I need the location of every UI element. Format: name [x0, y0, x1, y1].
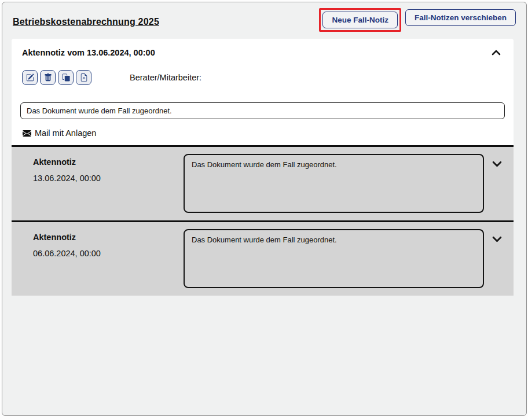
edit-icon	[26, 73, 34, 82]
mail-label: Mail mit Anlagen	[35, 128, 96, 138]
mail-with-attachments[interactable]: Mail mit Anlagen	[22, 128, 505, 145]
app-window: Betriebskostenabrechnung 2025 Neue Fall-…	[2, 2, 527, 416]
chevron-down-icon	[492, 236, 502, 242]
note-row-meta: Aktennotiz 06.06.2024, 00:00	[33, 229, 184, 258]
copy-note-button[interactable]	[58, 70, 74, 85]
edit-note-button[interactable]	[22, 70, 38, 85]
delete-note-button[interactable]	[40, 70, 56, 85]
copy-icon	[62, 73, 70, 82]
note-row-date: 06.06.2024, 00:00	[33, 249, 184, 258]
expanded-note-card: Aktennotiz vom 13.06.2024, 00:00	[12, 39, 514, 147]
note-text-input[interactable]	[20, 102, 505, 119]
note-row-text[interactable]: Das Dokument wurde dem Fall zugeordnet.	[184, 154, 484, 213]
new-case-note-button[interactable]: Neue Fall-Notiz	[322, 12, 398, 28]
advisor-label: Berater/Mitarbeiter:	[130, 73, 201, 82]
collapse-note-button[interactable]	[489, 47, 503, 58]
note-row-title: Aktennotiz	[33, 157, 184, 167]
note-row[interactable]: Aktennotiz 06.06.2024, 00:00 Das Dokumen…	[12, 220, 514, 296]
expanded-note-header: Aktennotiz vom 13.06.2024, 00:00	[20, 46, 505, 58]
file-plus-icon	[80, 73, 88, 82]
collapsed-notes-list: Aktennotiz 13.06.2024, 00:00 Das Dokumen…	[12, 147, 514, 296]
envelope-icon	[22, 129, 32, 138]
page-header: Betriebskostenabrechnung 2025 Neue Fall-…	[2, 2, 526, 32]
note-row-title: Aktennotiz	[33, 233, 184, 242]
add-file-button[interactable]	[76, 70, 91, 85]
trash-icon	[44, 73, 52, 82]
note-row-text[interactable]: Das Dokument wurde dem Fall zugeordnet.	[184, 229, 484, 288]
expand-note-button[interactable]	[490, 234, 503, 244]
chevron-up-icon	[492, 50, 501, 56]
expand-note-button[interactable]	[490, 159, 503, 169]
expanded-note-title: Aktennotiz vom 13.06.2024, 00:00	[22, 48, 155, 57]
note-row-meta: Aktennotiz 13.06.2024, 00:00	[33, 154, 184, 183]
header-buttons: Neue Fall-Notiz Fall-Notizen verschieben	[319, 9, 516, 32]
chevron-down-icon	[492, 161, 502, 167]
note-row-date: 13.06.2024, 00:00	[33, 174, 184, 183]
move-case-notes-button[interactable]: Fall-Notizen verschieben	[405, 9, 516, 26]
note-toolbar: Berater/Mitarbeiter:	[22, 70, 505, 85]
page-title: Betriebskostenabrechnung 2025	[13, 17, 159, 27]
highlight-annotation: Neue Fall-Notiz	[319, 8, 401, 32]
note-row[interactable]: Aktennotiz 13.06.2024, 00:00 Das Dokumen…	[12, 147, 514, 220]
